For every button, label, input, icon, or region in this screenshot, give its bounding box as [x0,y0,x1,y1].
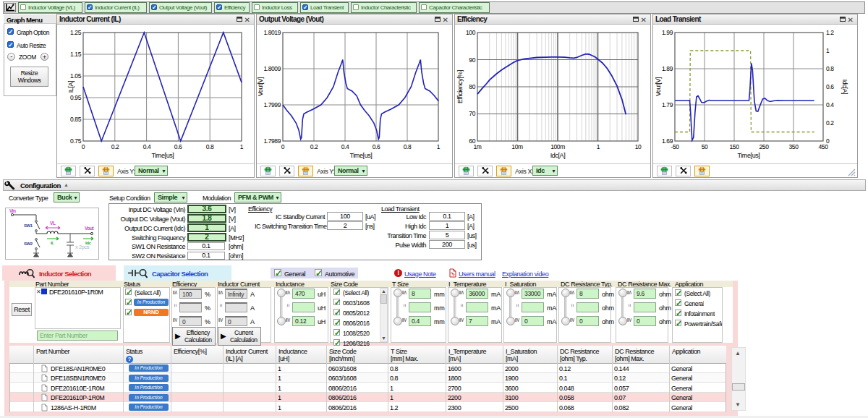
svg-text:1: 1 [437,143,441,150]
svg-text:1.05: 1.05 [70,72,82,80]
svg-text:0.95: 0.95 [70,94,82,101]
svg-text:1.7989: 1.7989 [263,137,281,145]
svg-text:1: 1 [240,143,244,150]
svg-text:10m: 10m [511,143,523,150]
svg-text:0.2: 0.2 [310,143,318,150]
svg-text:IL: IL [51,241,54,245]
svg-text:0: 0 [281,143,285,150]
svg-text:0.4: 0.4 [341,143,349,150]
svg-text:Time[us]: Time[us] [738,152,760,159]
svg-text:150: 150 [730,143,740,150]
svg-text:450: 450 [819,143,829,150]
svg-text:50: 50 [702,143,708,150]
svg-text:1.89: 1.89 [662,65,673,72]
svg-text:0.8: 0.8 [826,65,834,72]
svg-text:350: 350 [789,143,799,150]
svg-text:0.4: 0.4 [826,101,834,108]
svg-text:1.79: 1.79 [662,101,673,108]
svg-text:1.15: 1.15 [70,51,82,58]
svg-text:1.99: 1.99 [662,29,673,36]
svg-text:Vin: Vin [9,208,16,213]
svg-text:90: 90 [469,56,475,64]
svg-text:100: 100 [466,29,476,36]
svg-text:0.8: 0.8 [206,143,214,150]
svg-text:Time[us]: Time[us] [152,152,174,159]
svg-text:1: 1 [597,143,600,150]
svg-text:Vout[V]: Vout[V] [655,77,662,96]
svg-text:1.8009: 1.8009 [263,65,281,72]
svg-text:70: 70 [469,110,475,117]
svg-text:100m: 100m [550,143,565,150]
svg-text:1.25: 1.25 [70,29,82,36]
svg-text:0.2: 0.2 [826,119,834,127]
svg-text:Vout: Vout [85,226,94,231]
svg-text:0.8: 0.8 [404,143,412,150]
svg-text:1.8019: 1.8019 [263,29,281,36]
svg-text:10: 10 [635,143,642,150]
svg-text:0.6: 0.6 [373,143,380,150]
svg-text:0.2: 0.2 [111,143,119,150]
svg-text:-50: -50 [671,143,679,150]
svg-text:SW1: SW1 [24,223,33,228]
svg-text:x 2pcs: x 2pcs [75,244,90,250]
svg-text:0: 0 [82,143,85,150]
svg-text:1: 1 [826,47,830,54]
svg-text:SW2: SW2 [24,242,33,246]
svg-text:Idc[A]: Idc[A] [550,152,566,159]
svg-text:0.85: 0.85 [70,116,82,123]
svg-text:0.6: 0.6 [826,83,834,90]
svg-text:Vout[V]: Vout[V] [257,77,264,96]
svg-text:80: 80 [469,83,475,90]
svg-text:IL[A]: IL[A] [67,81,75,93]
svg-text:0.6: 0.6 [174,143,182,150]
svg-text:1m: 1m [473,143,481,150]
svg-text:0.4: 0.4 [143,143,151,150]
svg-text:Efficiency[%]: Efficiency[%] [456,70,464,103]
svg-text:250: 250 [760,143,770,150]
svg-text:1.7999: 1.7999 [263,101,281,108]
svg-text:Time[us]: Time[us] [350,152,373,159]
svg-text:VL: VL [50,221,56,226]
svg-text:0.75: 0.75 [70,137,82,145]
svg-text:Idc[A]: Idc[A] [841,80,848,95]
svg-text:1.2: 1.2 [826,29,834,36]
